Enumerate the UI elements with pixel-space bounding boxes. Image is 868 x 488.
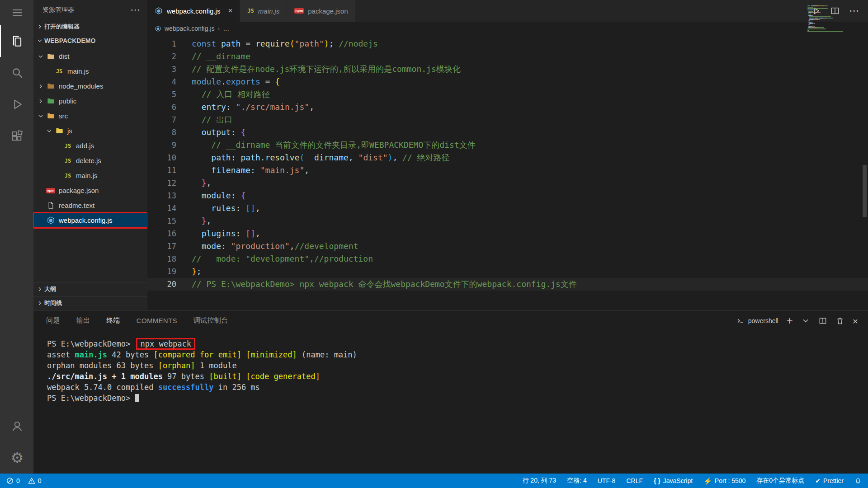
outline-label: 大纲 (44, 285, 56, 293)
tree-item-main.js[interactable]: JSmain.js (33, 64, 147, 79)
code-line-12[interactable]: 12 }, (147, 177, 868, 189)
line-content: }; (176, 265, 202, 278)
code-line-6[interactable]: 6 entry: "./src/main.js", (147, 101, 868, 113)
tree-item-label: delete.js (76, 157, 101, 164)
code-line-19[interactable]: 19}; (147, 265, 868, 278)
menu-button[interactable] (0, 0, 33, 25)
terminal-line: PS E:\webpackDemo> npx webpack (47, 338, 868, 349)
panel-tab-调试控制台[interactable]: 调试控制台 (193, 310, 228, 331)
code-line-17[interactable]: 17 mode: "production",//development (147, 240, 868, 253)
tree-item-dist[interactable]: dist (33, 49, 147, 64)
editor-scrollbar[interactable] (863, 165, 867, 217)
chevron-spacer (45, 67, 54, 76)
kill-terminal-button[interactable] (835, 316, 844, 325)
panel-tab-终端[interactable]: 终端 (106, 310, 120, 331)
tree-item-package.json[interactable]: npmpackage.json (33, 183, 147, 198)
sidebar-header: 资源管理器 ⋯ (33, 0, 147, 20)
prettier[interactable]: ✔Prettier (815, 477, 844, 484)
line-content: mode: "production",//development (176, 240, 359, 253)
close-panel-button[interactable]: × (853, 316, 858, 326)
tree-item-webpack.config.js[interactable]: webpack.config.js (33, 213, 147, 228)
code-line-7[interactable]: 7 // 出口 (147, 113, 868, 126)
search-button[interactable] (0, 57, 33, 89)
line-content: filename: "main.js", (176, 164, 309, 177)
line-number: 13 (147, 189, 176, 202)
warnings-count[interactable]: 0 (28, 477, 42, 484)
notifications-button[interactable] (854, 477, 862, 484)
tree-item-add.js[interactable]: JSadd.js (33, 138, 147, 153)
sidebar-bottom-sections: 大纲 时间线 (33, 282, 147, 310)
shell-selector[interactable]: powershell (736, 316, 778, 325)
code-line-16[interactable]: 16 plugins: [], (147, 227, 868, 240)
folder-icon (45, 82, 56, 90)
panel-tab-COMMENTS[interactable]: COMMENTS (137, 310, 177, 331)
tree-item-readme.text[interactable]: readme.text (33, 198, 147, 213)
line-number: 18 (147, 253, 176, 265)
line-number: 16 (147, 227, 176, 240)
code-line-5[interactable]: 5 // 入口 相对路径 (147, 88, 868, 101)
root-folder-row[interactable]: WEBPACKDEMO (33, 33, 147, 48)
tab-webpack.config.js[interactable]: webpack.config.js× (147, 0, 240, 22)
breadcrumb-more[interactable]: … (223, 25, 229, 32)
breadcrumb-file[interactable]: webpack.config.js (165, 25, 215, 32)
tree-item-js[interactable]: js (33, 123, 147, 138)
explorer-button[interactable] (0, 25, 33, 57)
line-content: module: { (176, 189, 245, 202)
split-terminal-button[interactable] (818, 316, 827, 325)
encoding[interactable]: UTF-8 (598, 477, 616, 484)
outline-section[interactable]: 大纲 (33, 282, 147, 296)
panel-tab-问题[interactable]: 问题 (46, 310, 60, 331)
line-content: module.exports = { (176, 75, 280, 88)
cursor-position[interactable]: 行 20, 列 73 (522, 477, 556, 485)
line-content: entry: "./src/main.js", (176, 101, 314, 113)
code-line-11[interactable]: 11 filename: "main.js", (147, 164, 868, 177)
code-line-18[interactable]: 18// mode: "development",//production (147, 253, 868, 265)
live-server-port[interactable]: ⚡Port : 5500 (703, 477, 745, 484)
line-content: // 出口 (176, 113, 232, 126)
panel-tab-输出[interactable]: 输出 (76, 310, 90, 331)
code-line-14[interactable]: 14 rules: [], (147, 202, 868, 215)
errors-count[interactable]: 0 (6, 477, 20, 484)
warning-icon (28, 477, 35, 484)
line-content: plugins: [], (176, 227, 260, 240)
code-line-9[interactable]: 9 // __dirname 当前文件的文件夹目录,即WEBPACKDEMO下的… (147, 139, 868, 151)
tree-item-public[interactable]: public (33, 94, 147, 108)
timeline-section[interactable]: 时间线 (33, 296, 147, 310)
run-debug-button[interactable] (0, 89, 33, 120)
breadcrumb: webpack.config.js › … (147, 22, 868, 35)
account-button[interactable] (0, 410, 33, 442)
chevron-spacer (53, 141, 62, 150)
tab-package.json[interactable]: npmpackage.json (287, 0, 355, 22)
code-line-3[interactable]: 3// 配置文件是在node.js环境下运行的,所以采用的是common.js模… (147, 63, 868, 75)
tree-item-node_modules[interactable]: node_modules (33, 79, 147, 94)
terminal[interactable]: PS E:\webpackDemo> npx webpackasset main… (33, 331, 868, 404)
code-line-10[interactable]: 10 path: path.resolve(__dirname, "dist")… (147, 151, 868, 164)
punctuation-checker[interactable]: 存在0个异常标点 (756, 477, 804, 485)
eol-sequence[interactable]: CRLF (626, 477, 643, 484)
code-line-4[interactable]: 4module.exports = { (147, 75, 868, 88)
tab-main.js[interactable]: JSmain.js (240, 0, 287, 22)
code-line-13[interactable]: 13 module: { (147, 189, 868, 202)
minimap[interactable] (807, 5, 858, 33)
tree-item-delete.js[interactable]: JSdelete.js (33, 153, 147, 168)
language-mode[interactable]: { }JavaScript (654, 477, 693, 484)
braces-icon: { } (654, 478, 660, 484)
code-line-1[interactable]: 1const path = require("path"); //nodejs (147, 38, 868, 50)
editor-area: webpack.config.js×JSmain.jsnpmpackage.js… (147, 0, 868, 310)
code-line-2[interactable]: 2// __dirname (147, 50, 868, 63)
code-editor[interactable]: 1const path = require("path"); //nodejs2… (147, 35, 868, 310)
open-editors-section[interactable]: 打开的编辑器 (33, 20, 147, 33)
extensions-button[interactable] (0, 120, 33, 152)
tree-item-main.js[interactable]: JSmain.js (33, 168, 147, 183)
settings-button[interactable]: ⚙ (0, 442, 33, 474)
more-actions-icon[interactable]: ⋯ (130, 5, 140, 15)
line-number: 12 (147, 177, 176, 189)
new-terminal-button[interactable]: + (787, 315, 793, 326)
code-line-20[interactable]: 20// PS E:\webpackDemo> npx webpack 命令会找… (147, 278, 868, 291)
close-icon[interactable]: × (228, 6, 232, 15)
tree-item-src[interactable]: src (33, 108, 147, 123)
terminal-picker-button[interactable] (801, 316, 810, 325)
code-line-8[interactable]: 8 output: { (147, 126, 868, 139)
indentation[interactable]: 空格: 4 (567, 477, 587, 485)
code-line-15[interactable]: 15 }, (147, 215, 868, 227)
